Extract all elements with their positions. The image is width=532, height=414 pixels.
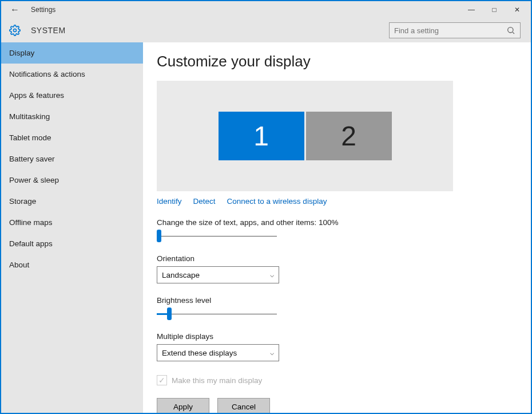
svg-point-0 <box>14 29 17 32</box>
search-input[interactable] <box>394 26 506 35</box>
sidebar-item-storage[interactable]: Storage <box>1 191 143 212</box>
page-heading: Customize your display <box>157 53 514 70</box>
detect-link[interactable]: Detect <box>193 197 216 206</box>
multiple-displays-select[interactable]: Extend these displays ⌵ <box>157 344 279 361</box>
sidebar-item-offline-maps[interactable]: Offline maps <box>1 212 143 233</box>
checkbox-icon: ✓ <box>157 375 167 385</box>
sidebar-item-power-sleep[interactable]: Power & sleep <box>1 169 143 191</box>
sidebar-item-multitasking[interactable]: Multitasking <box>1 106 143 127</box>
svg-line-2 <box>513 32 514 34</box>
brightness-slider[interactable] <box>157 308 277 320</box>
section-title: SYSTEM <box>31 26 66 35</box>
sidebar-item-default-apps[interactable]: Default apps <box>1 233 143 254</box>
sidebar-item-display[interactable]: Display <box>1 42 143 64</box>
monitor-2[interactable]: 2 <box>306 112 392 160</box>
back-button[interactable]: ← <box>8 5 22 15</box>
orientation-value: Landscape <box>162 271 200 279</box>
title-bar: ← Settings — □ ✕ <box>1 1 531 18</box>
wireless-display-link[interactable]: Connect to a wireless display <box>227 197 327 206</box>
orientation-label: Orientation <box>157 254 514 263</box>
main-panel: Customize your display 1 2 Identify Dete… <box>143 42 531 413</box>
orientation-select[interactable]: Landscape ⌵ <box>157 266 279 283</box>
sidebar-item-notifications-actions[interactable]: Notifications & actions <box>1 64 143 85</box>
chevron-down-icon: ⌵ <box>270 349 274 357</box>
search-box[interactable] <box>389 22 521 38</box>
main-display-checkbox: ✓ Make this my main display <box>157 375 514 385</box>
text-size-label: Change the size of text, apps, and other… <box>157 218 514 227</box>
main-display-label: Make this my main display <box>172 376 262 385</box>
brightness-label: Brightness level <box>157 296 514 305</box>
identify-link[interactable]: Identify <box>157 197 182 206</box>
slider-thumb[interactable] <box>167 307 172 320</box>
display-arrangement[interactable]: 1 2 <box>157 81 453 191</box>
cancel-button[interactable]: Cancel <box>217 398 270 413</box>
text-size-slider[interactable] <box>157 230 277 242</box>
search-icon <box>506 26 515 35</box>
window-title: Settings <box>31 6 55 14</box>
sidebar-item-about[interactable]: About <box>1 254 143 275</box>
sidebar-item-battery-saver[interactable]: Battery saver <box>1 148 143 169</box>
slider-thumb[interactable] <box>157 230 161 242</box>
close-button[interactable]: ✕ <box>506 1 529 18</box>
sidebar-item-apps-features[interactable]: Apps & features <box>1 85 143 106</box>
gear-icon <box>9 25 21 36</box>
svg-point-1 <box>508 27 513 33</box>
sidebar-item-tablet-mode[interactable]: Tablet mode <box>1 127 143 148</box>
apply-button[interactable]: Apply <box>157 398 209 413</box>
chevron-down-icon: ⌵ <box>270 271 274 279</box>
monitor-1[interactable]: 1 <box>219 112 304 160</box>
minimize-button[interactable]: — <box>460 1 483 18</box>
multiple-displays-label: Multiple displays <box>157 332 514 341</box>
maximize-button[interactable]: □ <box>483 1 506 18</box>
sidebar: DisplayNotifications & actionsApps & fea… <box>1 42 143 413</box>
header-bar: SYSTEM <box>1 18 531 42</box>
multiple-displays-value: Extend these displays <box>162 349 237 357</box>
